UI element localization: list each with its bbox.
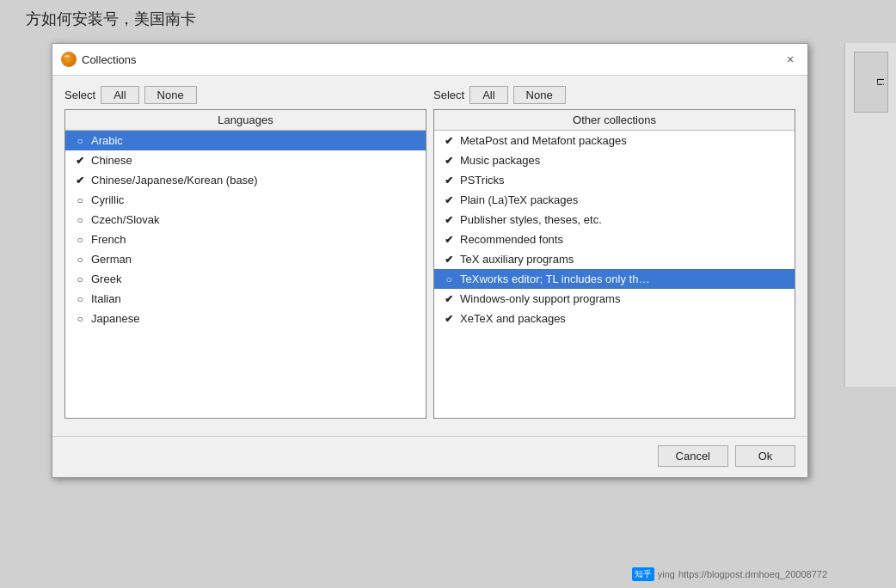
side-panel: Li [844,43,896,387]
item-label: Publisher styles, theses, etc. [460,213,602,226]
side-button[interactable]: Li [854,52,888,113]
list-item[interactable]: ○ French [65,230,426,249]
collections-dialog: Collections × Select All None Languages [52,43,808,550]
list-item[interactable]: ✔ Chinese/Japanese/Korean (base) [65,170,426,190]
circle-icon: ○ [72,135,88,147]
list-item[interactable]: ✔ XeTeX and packages [434,309,795,328]
item-label: XeTeX and packages [460,312,566,325]
item-label: Italian [91,292,121,305]
item-label: Recommended fonts [460,233,563,246]
item-label: Chinese [91,154,132,167]
dialog-body: Select All None Languages ○ Arabic ✔ Chi… [52,76,807,429]
close-button[interactable]: × [782,51,799,68]
list-item[interactable]: ✔ Recommended fonts [434,230,795,249]
list-item[interactable]: ○ TeXworks editor; TL includes only th… [434,269,795,289]
circle-icon: ○ [72,214,88,226]
item-label: Music packages [460,154,540,167]
item-label: Chinese/Japanese/Korean (base) [91,174,258,187]
check-icon: ✔ [441,254,457,266]
languages-all-button[interactable]: All [101,86,138,104]
languages-column: Select All None Languages ○ Arabic ✔ Chi… [64,86,427,419]
columns-wrapper: Select All None Languages ○ Arabic ✔ Chi… [64,86,795,419]
item-label: Greek [91,273,121,285]
circle-icon: ○ [72,194,88,206]
item-label: TeXworks editor; TL includes only th… [460,273,649,285]
check-icon: ✔ [441,175,457,187]
watermark: 知乎 ying https://blogpost.drnhoeq_2000877… [632,567,827,581]
languages-select-bar: Select All None [64,86,427,104]
dialog-footer: Cancel Ok [52,436,807,477]
check-icon: ✔ [441,234,457,246]
item-label: TeX auxiliary programs [460,253,574,266]
list-item[interactable]: ○ Czech/Slovak [65,210,426,230]
check-icon: ✔ [441,155,457,167]
languages-none-button[interactable]: None [144,86,197,104]
languages-list[interactable]: Languages ○ Arabic ✔ Chinese ✔ Chinese/J… [64,109,427,419]
background-text: 方如何安装号，美国南卡 [26,9,196,29]
other-select-label: Select [433,89,464,101]
check-icon: ✔ [441,214,457,226]
list-item[interactable]: ○ Arabic [65,131,426,150]
check-icon: ✔ [441,313,457,325]
item-label: Czech/Slovak [91,213,159,226]
languages-header: Languages [65,110,426,131]
list-item[interactable]: ✔ Plain (La)TeX packages [434,190,795,210]
check-icon: ✔ [72,175,88,187]
list-item[interactable]: ✔ Chinese [65,150,426,170]
list-item[interactable]: ○ Italian [65,289,426,309]
circle-icon: ○ [72,313,88,325]
check-icon: ✔ [441,293,457,305]
list-item[interactable]: ○ Greek [65,269,426,289]
other-collections-header: Other collections [434,110,795,131]
dialog-title-left: Collections [61,52,137,67]
circle-icon: ○ [72,234,88,246]
item-label: Windows-only support programs [460,292,620,305]
item-label: PSTricks [460,174,505,187]
list-item[interactable]: ○ Cyrillic [65,190,426,210]
languages-select-label: Select [64,89,95,101]
watermark-url: https://blogpost.drnhoeq_20008772 [678,569,827,579]
list-item[interactable]: ○ Japanese [65,309,426,328]
list-item[interactable]: ✔ TeX auxiliary programs [434,249,795,269]
check-icon: ✔ [72,155,88,167]
list-item[interactable]: ✔ PSTricks [434,170,795,190]
ok-button[interactable]: Ok [735,445,795,467]
list-item[interactable]: ✔ MetaPost and Metafont packages [434,131,795,150]
circle-icon: ○ [441,273,457,285]
other-collections-column: Select All None Other collections ✔ Meta… [433,86,795,419]
circle-icon: ○ [72,273,88,285]
circle-icon: ○ [72,293,88,305]
item-label: Japanese [91,312,139,325]
item-label: Arabic [91,134,123,147]
list-item[interactable]: ✔ Music packages [434,150,795,170]
circle-icon: ○ [72,254,88,266]
item-label: German [91,253,132,266]
list-item[interactable]: ✔ Windows-only support programs [434,289,795,309]
zhihu-logo: 知乎 [632,567,654,581]
other-collections-list[interactable]: Other collections ✔ MetaPost and Metafon… [433,109,795,419]
other-select-bar: Select All None [433,86,795,104]
dialog-titlebar: Collections × [52,44,807,76]
item-label: Cyrillic [91,193,124,206]
item-label: Plain (La)TeX packages [460,193,578,206]
other-all-button[interactable]: All [469,86,507,104]
dialog-title: Collections [82,53,137,66]
watermark-username: ying [658,569,675,579]
item-label: MetaPost and Metafont packages [460,134,627,147]
cancel-button[interactable]: Cancel [658,445,728,467]
check-icon: ✔ [441,194,457,206]
other-none-button[interactable]: None [513,86,566,104]
item-label: French [91,233,126,246]
list-item[interactable]: ✔ Publisher styles, theses, etc. [434,210,795,230]
check-icon: ✔ [441,135,457,147]
list-item[interactable]: ○ German [65,249,426,269]
dialog-icon [61,52,77,67]
